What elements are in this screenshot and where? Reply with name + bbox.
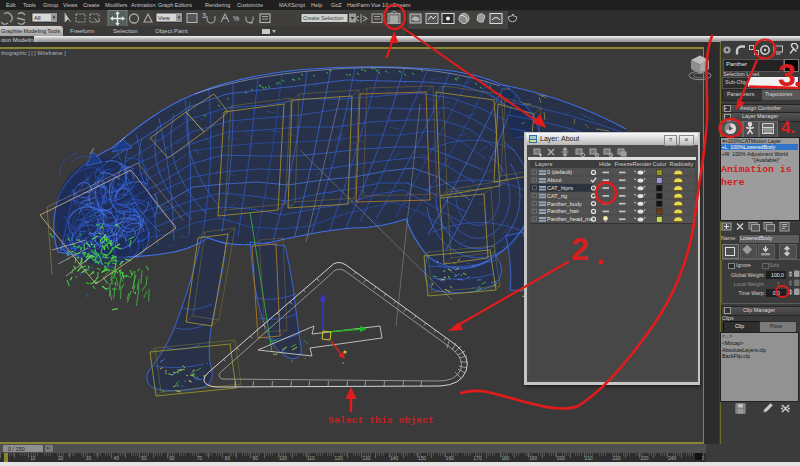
svg-text:Animation is: Animation is xyxy=(721,164,792,175)
svg-text:here: here xyxy=(721,177,745,188)
svg-text:2: 2 xyxy=(571,231,589,267)
svg-text:4.: 4. xyxy=(781,118,795,137)
svg-text:Select this object: Select this object xyxy=(328,415,434,426)
svg-text:3: 3 xyxy=(778,57,796,93)
